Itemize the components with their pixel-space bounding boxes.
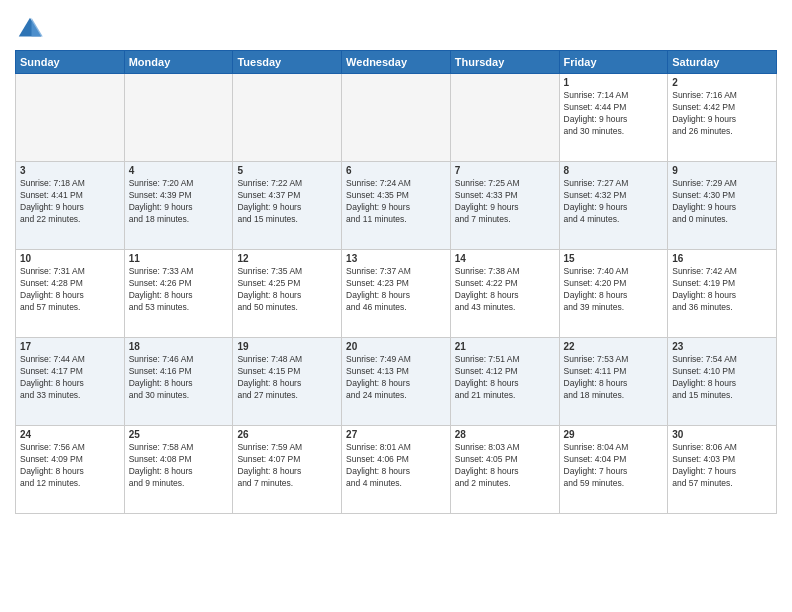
day-header-friday: Friday — [559, 51, 668, 74]
day-cell — [450, 74, 559, 162]
week-row-3: 10Sunrise: 7:31 AM Sunset: 4:28 PM Dayli… — [16, 250, 777, 338]
day-info: Sunrise: 7:54 AM Sunset: 4:10 PM Dayligh… — [672, 354, 772, 402]
day-cell: 22Sunrise: 7:53 AM Sunset: 4:11 PM Dayli… — [559, 338, 668, 426]
svg-marker-1 — [32, 18, 43, 37]
day-cell: 28Sunrise: 8:03 AM Sunset: 4:05 PM Dayli… — [450, 426, 559, 514]
day-number: 30 — [672, 429, 772, 440]
day-number: 23 — [672, 341, 772, 352]
day-info: Sunrise: 7:46 AM Sunset: 4:16 PM Dayligh… — [129, 354, 229, 402]
day-cell: 7Sunrise: 7:25 AM Sunset: 4:33 PM Daylig… — [450, 162, 559, 250]
day-cell: 6Sunrise: 7:24 AM Sunset: 4:35 PM Daylig… — [342, 162, 451, 250]
day-number: 17 — [20, 341, 120, 352]
day-number: 14 — [455, 253, 555, 264]
day-number: 19 — [237, 341, 337, 352]
week-row-2: 3Sunrise: 7:18 AM Sunset: 4:41 PM Daylig… — [16, 162, 777, 250]
day-info: Sunrise: 7:16 AM Sunset: 4:42 PM Dayligh… — [672, 90, 772, 138]
day-number: 9 — [672, 165, 772, 176]
week-row-5: 24Sunrise: 7:56 AM Sunset: 4:09 PM Dayli… — [16, 426, 777, 514]
day-info: Sunrise: 7:49 AM Sunset: 4:13 PM Dayligh… — [346, 354, 446, 402]
day-info: Sunrise: 7:38 AM Sunset: 4:22 PM Dayligh… — [455, 266, 555, 314]
day-number: 21 — [455, 341, 555, 352]
day-cell: 4Sunrise: 7:20 AM Sunset: 4:39 PM Daylig… — [124, 162, 233, 250]
day-cell: 30Sunrise: 8:06 AM Sunset: 4:03 PM Dayli… — [668, 426, 777, 514]
day-number: 7 — [455, 165, 555, 176]
day-cell: 8Sunrise: 7:27 AM Sunset: 4:32 PM Daylig… — [559, 162, 668, 250]
day-cell: 23Sunrise: 7:54 AM Sunset: 4:10 PM Dayli… — [668, 338, 777, 426]
day-number: 25 — [129, 429, 229, 440]
day-header-wednesday: Wednesday — [342, 51, 451, 74]
day-info: Sunrise: 7:35 AM Sunset: 4:25 PM Dayligh… — [237, 266, 337, 314]
day-info: Sunrise: 8:01 AM Sunset: 4:06 PM Dayligh… — [346, 442, 446, 490]
day-cell — [233, 74, 342, 162]
day-number: 15 — [564, 253, 664, 264]
day-info: Sunrise: 7:58 AM Sunset: 4:08 PM Dayligh… — [129, 442, 229, 490]
week-row-1: 1Sunrise: 7:14 AM Sunset: 4:44 PM Daylig… — [16, 74, 777, 162]
day-cell: 18Sunrise: 7:46 AM Sunset: 4:16 PM Dayli… — [124, 338, 233, 426]
day-number: 10 — [20, 253, 120, 264]
calendar-header: SundayMondayTuesdayWednesdayThursdayFrid… — [16, 51, 777, 74]
day-number: 3 — [20, 165, 120, 176]
day-info: Sunrise: 7:31 AM Sunset: 4:28 PM Dayligh… — [20, 266, 120, 314]
day-cell: 24Sunrise: 7:56 AM Sunset: 4:09 PM Dayli… — [16, 426, 125, 514]
day-info: Sunrise: 7:56 AM Sunset: 4:09 PM Dayligh… — [20, 442, 120, 490]
day-number: 24 — [20, 429, 120, 440]
day-number: 27 — [346, 429, 446, 440]
day-cell: 17Sunrise: 7:44 AM Sunset: 4:17 PM Dayli… — [16, 338, 125, 426]
day-cell: 12Sunrise: 7:35 AM Sunset: 4:25 PM Dayli… — [233, 250, 342, 338]
day-number: 20 — [346, 341, 446, 352]
day-cell: 14Sunrise: 7:38 AM Sunset: 4:22 PM Dayli… — [450, 250, 559, 338]
day-cell: 15Sunrise: 7:40 AM Sunset: 4:20 PM Dayli… — [559, 250, 668, 338]
header-row: SundayMondayTuesdayWednesdayThursdayFrid… — [16, 51, 777, 74]
day-cell: 1Sunrise: 7:14 AM Sunset: 4:44 PM Daylig… — [559, 74, 668, 162]
day-cell: 21Sunrise: 7:51 AM Sunset: 4:12 PM Dayli… — [450, 338, 559, 426]
day-number: 6 — [346, 165, 446, 176]
day-info: Sunrise: 7:59 AM Sunset: 4:07 PM Dayligh… — [237, 442, 337, 490]
day-cell: 19Sunrise: 7:48 AM Sunset: 4:15 PM Dayli… — [233, 338, 342, 426]
day-info: Sunrise: 7:14 AM Sunset: 4:44 PM Dayligh… — [564, 90, 664, 138]
day-info: Sunrise: 7:25 AM Sunset: 4:33 PM Dayligh… — [455, 178, 555, 226]
day-number: 26 — [237, 429, 337, 440]
day-info: Sunrise: 7:27 AM Sunset: 4:32 PM Dayligh… — [564, 178, 664, 226]
header — [15, 10, 777, 44]
day-number: 28 — [455, 429, 555, 440]
day-info: Sunrise: 7:29 AM Sunset: 4:30 PM Dayligh… — [672, 178, 772, 226]
day-number: 18 — [129, 341, 229, 352]
day-cell: 2Sunrise: 7:16 AM Sunset: 4:42 PM Daylig… — [668, 74, 777, 162]
day-number: 5 — [237, 165, 337, 176]
day-info: Sunrise: 7:42 AM Sunset: 4:19 PM Dayligh… — [672, 266, 772, 314]
day-header-tuesday: Tuesday — [233, 51, 342, 74]
day-cell: 20Sunrise: 7:49 AM Sunset: 4:13 PM Dayli… — [342, 338, 451, 426]
day-info: Sunrise: 8:06 AM Sunset: 4:03 PM Dayligh… — [672, 442, 772, 490]
day-header-thursday: Thursday — [450, 51, 559, 74]
logo — [15, 14, 49, 44]
day-info: Sunrise: 7:48 AM Sunset: 4:15 PM Dayligh… — [237, 354, 337, 402]
day-cell — [124, 74, 233, 162]
day-cell: 25Sunrise: 7:58 AM Sunset: 4:08 PM Dayli… — [124, 426, 233, 514]
calendar: SundayMondayTuesdayWednesdayThursdayFrid… — [15, 50, 777, 514]
day-cell: 9Sunrise: 7:29 AM Sunset: 4:30 PM Daylig… — [668, 162, 777, 250]
day-info: Sunrise: 8:04 AM Sunset: 4:04 PM Dayligh… — [564, 442, 664, 490]
day-number: 1 — [564, 77, 664, 88]
day-number: 11 — [129, 253, 229, 264]
day-number: 13 — [346, 253, 446, 264]
day-number: 8 — [564, 165, 664, 176]
day-cell: 3Sunrise: 7:18 AM Sunset: 4:41 PM Daylig… — [16, 162, 125, 250]
day-cell — [16, 74, 125, 162]
day-header-sunday: Sunday — [16, 51, 125, 74]
calendar-body: 1Sunrise: 7:14 AM Sunset: 4:44 PM Daylig… — [16, 74, 777, 514]
day-number: 22 — [564, 341, 664, 352]
day-info: Sunrise: 7:20 AM Sunset: 4:39 PM Dayligh… — [129, 178, 229, 226]
day-number: 29 — [564, 429, 664, 440]
page: SundayMondayTuesdayWednesdayThursdayFrid… — [0, 0, 792, 612]
day-info: Sunrise: 7:22 AM Sunset: 4:37 PM Dayligh… — [237, 178, 337, 226]
day-number: 12 — [237, 253, 337, 264]
day-info: Sunrise: 7:40 AM Sunset: 4:20 PM Dayligh… — [564, 266, 664, 314]
day-info: Sunrise: 7:44 AM Sunset: 4:17 PM Dayligh… — [20, 354, 120, 402]
day-number: 4 — [129, 165, 229, 176]
day-number: 16 — [672, 253, 772, 264]
week-row-4: 17Sunrise: 7:44 AM Sunset: 4:17 PM Dayli… — [16, 338, 777, 426]
day-cell: 13Sunrise: 7:37 AM Sunset: 4:23 PM Dayli… — [342, 250, 451, 338]
day-header-monday: Monday — [124, 51, 233, 74]
day-info: Sunrise: 7:37 AM Sunset: 4:23 PM Dayligh… — [346, 266, 446, 314]
day-header-saturday: Saturday — [668, 51, 777, 74]
